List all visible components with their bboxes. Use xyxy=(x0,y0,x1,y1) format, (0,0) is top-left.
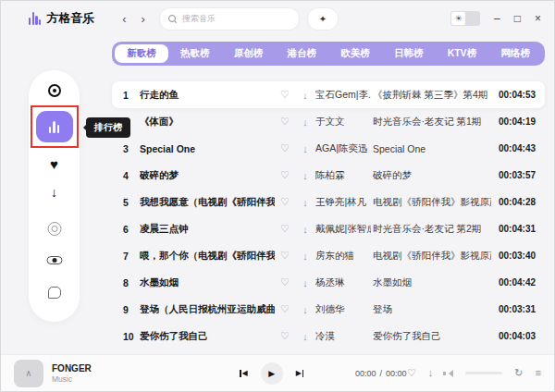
song-artist[interactable]: 宝石Gem|李... xyxy=(315,89,371,102)
song-duration: 00:04:42 xyxy=(491,277,545,288)
song-artist[interactable]: 陈柏霖 xyxy=(315,169,371,182)
maximize-button[interactable]: □ xyxy=(514,13,521,24)
theme-toggle[interactable]: ☀ xyxy=(450,11,480,26)
sidebar: ♥ ↓ xyxy=(29,70,80,322)
tab-jp-kr[interactable]: 日韩榜 xyxy=(382,44,436,63)
cover-placeholder-icon: ∧ xyxy=(25,368,31,378)
tab-hot-songs[interactable]: 热歌榜 xyxy=(168,44,222,63)
table-row[interactable]: 8 水墨如烟 ♡ ↓ 杨丞琳 水墨如烟 00:04:42 xyxy=(112,269,545,296)
table-row[interactable]: 3 Special One ♡ ↓ AGA|陈奕迅 Special One 00… xyxy=(112,135,545,162)
like-icon[interactable]: ♡ xyxy=(275,116,295,128)
song-album[interactable]: 《披荆斩棘 第三季》第4期 xyxy=(371,89,491,102)
song-rank: 9 xyxy=(112,304,140,315)
song-artist[interactable]: 于文文 xyxy=(315,116,371,129)
back-icon[interactable]: ‹ xyxy=(122,13,126,25)
tab-new-songs[interactable]: 新歌榜 xyxy=(115,44,168,63)
song-album[interactable]: 破碎的梦 xyxy=(371,169,491,182)
table-row[interactable]: 7 喂，那个你（电视剧《骄阳伴我》... ♡ ↓ 房东的猫 电视剧《骄阳伴我》影… xyxy=(112,242,545,269)
tab-network[interactable]: 网络榜 xyxy=(488,44,542,63)
track-title: FONGER xyxy=(52,363,92,374)
sidebar-item-toggle[interactable] xyxy=(46,256,62,264)
like-icon[interactable]: ♡ xyxy=(275,89,295,101)
table-row[interactable]: 2 《体面》 ♡ ↓ 于文文 时光音乐会·老友记 第1期 00:04:19 xyxy=(112,108,545,135)
song-artist[interactable]: 王铮亮|林凡 xyxy=(315,196,371,209)
table-row[interactable]: 1 行走的鱼 ♡ ↓ 宝石Gem|李... 《披荆斩棘 第三季》第4期 00:0… xyxy=(112,81,545,108)
table-row[interactable]: 5 我想我愿意（电视剧《骄阳伴我》... ♡ ↓ 王铮亮|林凡 电视剧《骄阳伴我… xyxy=(112,189,545,215)
like-icon[interactable]: ♡ xyxy=(275,330,295,342)
song-artist[interactable]: AGA|陈奕迅 xyxy=(315,142,371,155)
volume-slider[interactable] xyxy=(465,372,502,374)
song-duration: 00:04:28 xyxy=(491,197,545,207)
song-artist[interactable]: 杨丞琳 xyxy=(315,276,371,289)
song-album[interactable]: 时光音乐会·老友记 第2期 xyxy=(371,223,491,236)
download-icon[interactable]: ↓ xyxy=(295,116,315,128)
download-icon[interactable]: ↓ xyxy=(428,368,434,378)
song-artist[interactable]: 刘德华 xyxy=(315,303,371,316)
download-icon[interactable]: ↓ xyxy=(295,197,315,208)
like-icon[interactable]: ♡ xyxy=(275,303,295,315)
volume-icon[interactable] xyxy=(445,370,453,377)
like-icon[interactable]: ♡ xyxy=(275,169,295,181)
play-button[interactable]: ▶ xyxy=(261,362,283,385)
like-icon[interactable]: ♡ xyxy=(275,223,295,235)
song-title: 《体面》 xyxy=(140,116,275,129)
titlebar: 方格音乐 ‹ › 搜索音乐 ✦ ☀ – □ × xyxy=(1,1,554,36)
tab-western[interactable]: 欧美榜 xyxy=(328,44,382,63)
next-button[interactable]: ▶ xyxy=(296,369,304,377)
song-title: 水墨如烟 xyxy=(140,276,275,289)
close-button[interactable]: × xyxy=(535,13,541,24)
song-album[interactable]: 电视剧《骄阳伴我》影视原声大碟 xyxy=(371,250,491,263)
like-icon[interactable]: ♡ xyxy=(275,276,295,288)
table-row[interactable]: 4 破碎的梦 ♡ ↓ 陈柏霖 破碎的梦 00:03:57 xyxy=(112,162,545,189)
song-album[interactable]: Special One xyxy=(371,143,491,154)
download-icon[interactable]: ↓ xyxy=(295,170,315,181)
forward-icon[interactable]: › xyxy=(142,13,145,25)
like-icon[interactable]: ♡ xyxy=(275,142,295,154)
tab-ktv[interactable]: KTV榜 xyxy=(436,44,489,63)
download-icon[interactable]: ↓ xyxy=(295,143,315,154)
tab-original[interactable]: 原创榜 xyxy=(222,44,276,63)
like-icon[interactable]: ♡ xyxy=(275,196,295,208)
sparkle-button[interactable]: ✦ xyxy=(308,8,338,30)
song-album[interactable]: 时光音乐会·老友记 第1期 xyxy=(371,116,491,129)
song-album[interactable]: 电视剧《骄阳伴我》影视原声大碟 xyxy=(371,196,491,209)
song-album[interactable]: 水墨如烟 xyxy=(371,276,491,289)
like-icon[interactable]: ♡ xyxy=(275,250,295,262)
song-artist[interactable]: 冷漠 xyxy=(315,330,371,343)
download-icon[interactable]: ↓ xyxy=(295,90,315,101)
sidebar-item-downloads[interactable]: ↓ xyxy=(51,185,57,200)
song-title: 登场（人民日报杭州亚运助威曲） xyxy=(140,303,275,316)
search-input[interactable]: 搜索音乐 xyxy=(160,8,299,30)
song-album[interactable]: 爱你伤了我自己 xyxy=(371,330,491,343)
like-icon[interactable]: ♡ xyxy=(407,368,416,378)
download-icon[interactable]: ↓ xyxy=(295,277,315,288)
download-icon[interactable]: ↓ xyxy=(295,224,315,235)
song-title: 破碎的梦 xyxy=(140,169,275,182)
download-icon[interactable]: ↓ xyxy=(295,304,315,315)
app-title: 方格音乐 xyxy=(46,10,94,27)
album-cover-placeholder[interactable]: ∧ xyxy=(14,360,43,387)
minimize-button[interactable]: – xyxy=(494,13,500,24)
tab-hk-tw[interactable]: 港台榜 xyxy=(275,44,328,63)
download-icon[interactable]: ↓ xyxy=(295,251,315,262)
sidebar-item-discover[interactable] xyxy=(48,84,61,97)
sidebar-item-favorites[interactable]: ♥ xyxy=(50,156,58,172)
play-icon: ▶ xyxy=(268,369,275,378)
table-row[interactable]: 9 登场（人民日报杭州亚运助威曲） ♡ ↓ 刘德华 登场 00:03:31 xyxy=(112,296,545,323)
sidebar-item-feedback[interactable] xyxy=(48,287,61,299)
song-rank: 6 xyxy=(112,224,140,235)
repeat-icon[interactable]: ↻ xyxy=(514,368,523,378)
song-title: 爱你伤了我自己 xyxy=(140,330,275,343)
download-icon[interactable]: ↓ xyxy=(295,331,315,342)
sidebar-item-cd[interactable] xyxy=(47,222,61,236)
song-rank: 8 xyxy=(112,277,140,288)
table-row[interactable]: 6 凌晨三点钟 ♡ ↓ 戴佩妮|张智成 时光音乐会·老友记 第2期 00:04:… xyxy=(112,215,545,242)
search-icon xyxy=(168,15,177,23)
song-duration: 00:03:31 xyxy=(491,304,545,314)
song-artist[interactable]: 房东的猫 xyxy=(315,250,371,263)
table-row[interactable]: 10 爱你伤了我自己 ♡ ↓ 冷漠 爱你伤了我自己 00:04:03 xyxy=(112,323,545,349)
playlist-icon[interactable]: ≡ xyxy=(536,368,541,378)
previous-button[interactable]: ◀ xyxy=(240,369,248,377)
song-album[interactable]: 登场 xyxy=(371,303,491,316)
song-artist[interactable]: 戴佩妮|张智成 xyxy=(315,223,371,236)
